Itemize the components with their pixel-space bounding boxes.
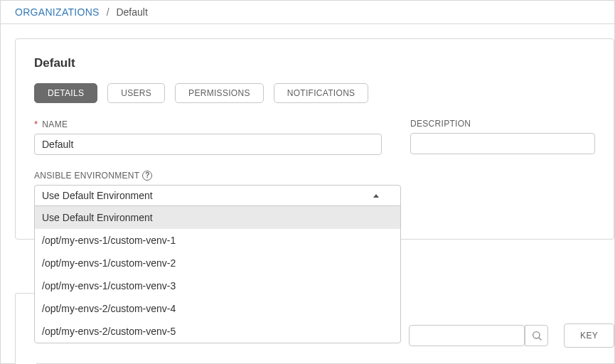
name-input[interactable]	[34, 134, 382, 155]
name-label-text: NAME	[42, 119, 68, 129]
name-label: * NAME	[34, 119, 382, 129]
env-option[interactable]: /opt/my-envs-1/custom-venv-2	[35, 252, 400, 274]
env-option[interactable]: Use Default Environment	[35, 206, 400, 229]
panel-stub	[15, 293, 36, 364]
search-input[interactable]	[409, 325, 525, 346]
tab-users[interactable]: USERS	[107, 83, 165, 103]
help-icon[interactable]: ?	[142, 171, 152, 181]
panel-title: Default	[34, 56, 595, 70]
tab-permissions[interactable]: PERMISSIONS	[175, 83, 264, 103]
tab-bar: DETAILS USERS PERMISSIONS NOTIFICATIONS	[34, 83, 595, 103]
ansible-env-dropdown: Use Default Environment /opt/my-envs-1/c…	[34, 205, 401, 343]
env-option[interactable]: /opt/my-envs-1/custom-venv-1	[35, 229, 400, 252]
env-option[interactable]: /opt/my-envs-1/custom-venv-3	[35, 274, 400, 297]
caret-up-icon	[373, 194, 379, 198]
breadcrumb-current: Default	[116, 6, 147, 18]
description-input[interactable]	[410, 133, 595, 154]
svg-line-1	[538, 338, 540, 340]
ansible-env-label-text: ANSIBLE ENVIRONMENT	[34, 171, 139, 181]
breadcrumb: ORGANIZATIONS / Default	[1, 1, 614, 24]
ansible-env-selected-value: Use Default Environment	[42, 190, 153, 201]
env-option[interactable]: /opt/my-envs-2/custom-venv-5	[35, 320, 400, 343]
breadcrumb-root[interactable]: ORGANIZATIONS	[15, 6, 100, 18]
description-label: DESCRIPTION	[410, 119, 595, 129]
tab-details[interactable]: DETAILS	[34, 83, 97, 103]
env-option[interactable]: /opt/my-envs-2/custom-venv-4	[35, 297, 400, 320]
org-details-panel: Default DETAILS USERS PERMISSIONS NOTIFI…	[15, 38, 614, 240]
search-icon	[531, 330, 542, 341]
key-button[interactable]: KEY	[564, 323, 614, 348]
ansible-env-label: ANSIBLE ENVIRONMENT ?	[34, 171, 401, 181]
required-marker: *	[34, 119, 38, 129]
tab-notifications[interactable]: NOTIFICATIONS	[274, 83, 369, 103]
breadcrumb-sep: /	[107, 6, 109, 18]
search-button[interactable]	[525, 325, 548, 346]
ansible-env-select[interactable]: Use Default Environment	[34, 185, 401, 206]
